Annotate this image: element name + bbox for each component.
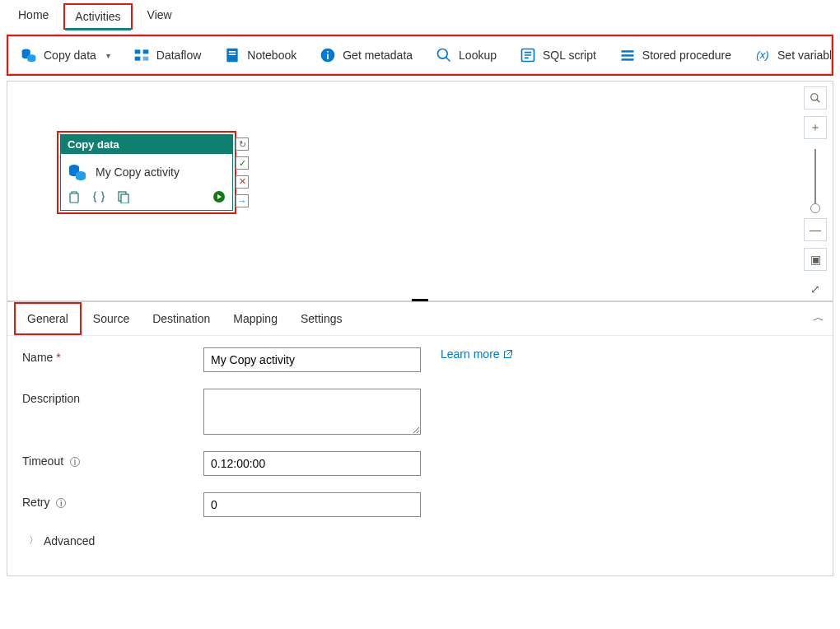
search-icon [810,92,821,104]
svg-rect-8 [229,54,236,55]
ribbon-set-variable[interactable]: (x) Set variable [743,37,832,73]
ribbon-stored-procedure[interactable]: Stored procedure [608,37,743,73]
timeout-input[interactable] [203,451,421,476]
description-label: Description [22,389,203,405]
collapse-pane-button[interactable]: ︿ [813,310,824,325]
chevron-up-icon: ︿ [813,310,824,324]
props-tab-general[interactable]: General [14,302,82,335]
ribbon-label: Copy data [44,49,96,62]
properties-tabs: General Source Destination Mapping Setti… [7,302,833,336]
notebook-icon [224,47,240,63]
retry-input[interactable] [203,492,421,517]
zoom-in-button[interactable]: ＋ [804,116,827,139]
variable-icon: (x) [754,47,771,63]
ribbon-get-metadata[interactable]: Get metadata [308,37,424,73]
zoom-out-button[interactable]: — [804,218,827,241]
ribbon-lookup[interactable]: Lookup [424,37,508,73]
link-text: Learn more [441,347,500,361]
delete-icon[interactable] [68,190,81,203]
skip-arrow-icon[interactable]: → [236,194,249,207]
props-tab-settings[interactable]: Settings [289,304,354,333]
database-icon [21,47,37,63]
props-tab-source[interactable]: Source [82,304,141,333]
sql-icon [520,47,536,63]
svg-rect-3 [142,49,148,54]
fit-icon: ▣ [810,253,821,266]
general-form: Name * Learn more Description Timeout i … [7,336,833,559]
ribbon-label: Get metadata [343,49,413,62]
activities-ribbon: Copy data ▾ Dataflow Notebook Get metada… [8,36,832,74]
copy-icon[interactable] [117,190,130,203]
plus-icon: ＋ [810,120,821,135]
info-icon [320,47,336,63]
chevron-right-icon: 〉 [29,533,39,547]
node-header: Copy data [61,135,232,154]
ribbon-label: SQL script [543,49,596,62]
expand-icon: ⤢ [810,282,820,296]
chevron-down-icon: ▾ [106,51,110,60]
ribbon-copy-data[interactable]: Copy data ▾ [9,37,122,73]
pipeline-canvas[interactable]: Copy data My Copy activity ↻ ✓ ✕ → ＋ [7,81,833,301]
svg-line-13 [446,58,450,62]
svg-text:(x): (x) [756,49,769,61]
label-text: Name [22,351,53,364]
learn-more-link[interactable]: Learn more [441,347,513,361]
props-tab-mapping[interactable]: Mapping [222,304,289,333]
minus-icon: — [810,223,821,236]
braces-icon[interactable] [92,190,105,203]
failure-x-icon[interactable]: ✕ [236,175,249,189]
ribbon-label: Stored procedure [642,49,731,62]
tab-home[interactable]: Home [8,3,58,30]
ribbon-sql-script[interactable]: SQL script [508,37,608,73]
advanced-label: Advanced [44,534,95,547]
run-arrow-icon[interactable] [212,190,226,203]
props-tab-destination[interactable]: Destination [141,304,222,333]
required-asterisk: * [56,351,60,364]
svg-line-25 [817,100,820,103]
advanced-toggle[interactable]: 〉 Advanced [22,533,818,547]
label-text: Timeout [22,454,63,468]
svg-rect-2 [134,49,140,54]
pane-drag-handle[interactable] [412,299,428,301]
name-label: Name * [22,347,203,364]
name-input[interactable] [203,347,421,372]
list-icon [619,47,636,63]
svg-rect-22 [121,194,128,203]
search-button[interactable] [804,86,827,109]
zoom-slider-thumb[interactable] [810,203,820,213]
properties-pane: General Source Destination Mapping Setti… [7,301,833,576]
activities-ribbon-highlight: Copy data ▾ Dataflow Notebook Get metada… [7,35,833,76]
activity-node-highlight: Copy data My Copy activity ↻ ✓ ✕ → [57,131,236,214]
label-text: Retry [22,496,49,509]
tab-activities[interactable]: Activities [63,3,132,30]
retry-label: Retry i [22,492,203,509]
info-icon[interactable]: i [56,498,66,508]
dataflow-icon [133,47,150,63]
ribbon-notebook[interactable]: Notebook [212,37,308,73]
database-icon [68,162,87,182]
search-icon [436,47,452,63]
svg-rect-10 [327,54,329,59]
expand-button[interactable]: ⤢ [804,277,827,301]
top-tabs: Home Activities View [0,0,840,30]
ribbon-dataflow[interactable]: Dataflow [122,37,212,73]
svg-rect-7 [229,51,236,53]
copy-data-activity-node[interactable]: Copy data My Copy activity ↻ ✓ ✕ → [60,134,233,211]
svg-rect-17 [621,58,633,61]
success-check-icon[interactable]: ✓ [236,156,249,170]
svg-rect-11 [327,51,329,53]
info-icon[interactable]: i [70,457,80,467]
svg-point-12 [438,49,448,59]
external-link-icon [503,349,513,359]
fit-to-screen-button[interactable]: ▣ [804,248,827,271]
svg-rect-5 [142,57,148,61]
description-input[interactable] [203,389,421,435]
zoom-slider[interactable] [814,149,816,208]
ribbon-label: Lookup [459,49,497,62]
timeout-label: Timeout i [22,451,203,468]
node-name: My Copy activity [96,165,180,179]
canvas-controls: ＋ — ▣ ⤢ [803,86,828,301]
retry-icon[interactable]: ↻ [236,137,249,151]
svg-rect-16 [621,54,633,57]
tab-view[interactable]: View [138,3,182,30]
